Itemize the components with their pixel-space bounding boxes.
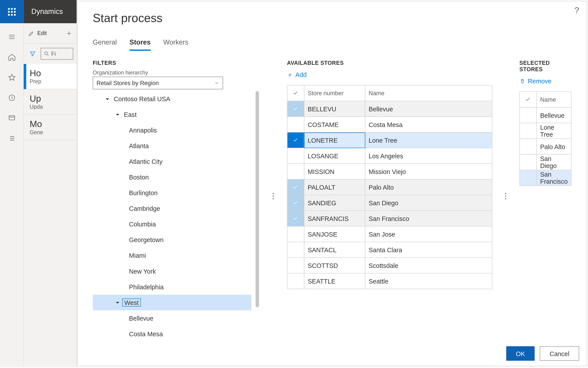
tree-node[interactable]: Miami [92,248,251,263]
available-row[interactable]: LONETRELone Tree [287,132,492,148]
dialog-tabs: General Stores Workers [77,28,587,51]
remove-button[interactable]: Remove [519,76,571,86]
row-checkbox[interactable] [287,273,304,289]
add-button[interactable]: Add [287,69,492,80]
card-title: Ho [29,68,71,78]
tree-node[interactable]: Contoso Retail USA [92,91,251,107]
star-icon[interactable] [0,67,24,88]
list-card[interactable]: HoPrep [24,64,77,89]
org-tree[interactable]: Contoso Retail USAEastAnnapolisAtlantaAt… [92,91,260,337]
select-all-checkbox[interactable] [287,86,304,101]
list-card[interactable]: MoGene [24,115,77,140]
tree-node[interactable]: New York [92,263,251,279]
edit-button[interactable]: Edit [37,30,47,36]
row-checkbox[interactable] [287,211,304,226]
available-row[interactable]: BELLEVUBellevue [287,101,492,117]
tree-label: Contoso Retail USA [112,96,172,102]
selected-grid[interactable]: NameBellevueLone TreePalo AltoSan DiegoS… [519,92,571,186]
menu-icon[interactable] [0,27,24,47]
search-input[interactable]: Fi [41,48,73,60]
row-checkbox[interactable] [287,195,304,211]
tree-node[interactable]: Columbia [92,216,251,232]
card-subtitle: Prep [29,78,71,85]
row-checkbox[interactable] [287,132,304,148]
tree-node[interactable]: West [92,294,251,310]
list-icon[interactable] [0,128,24,149]
row-checkbox[interactable] [287,117,304,132]
row-checkbox[interactable] [287,148,304,164]
row-checkbox[interactable] [520,155,537,170]
workspace-icon[interactable] [0,108,24,128]
available-row[interactable]: LOSANGELos Angeles [287,148,492,164]
available-row[interactable]: COSTAMECosta Mesa [287,117,492,132]
tree-node[interactable]: East [92,107,251,122]
add-label: Add [295,71,307,79]
row-checkbox[interactable] [287,258,304,273]
available-row[interactable]: SANFRANCISSan Francisco [287,211,492,226]
selected-row[interactable]: Palo Alto [520,139,571,155]
row-checkbox[interactable] [520,123,537,139]
help-icon[interactable]: ? [574,6,579,15]
row-checkbox[interactable] [287,226,304,242]
row-checkbox[interactable] [287,179,304,195]
cancel-button[interactable]: Cancel [540,346,579,361]
cell-name: Scottsdale [365,258,492,273]
tree-node[interactable]: Cambridge [92,201,251,216]
row-checkbox[interactable] [287,242,304,258]
row-checkbox[interactable] [520,139,537,155]
available-row[interactable]: SEATTLESeattle [287,273,492,289]
select-all-checkbox[interactable] [520,92,537,108]
tree-scrollbar[interactable] [255,91,260,337]
caret-down-icon[interactable] [115,111,121,118]
svg-point-2 [45,52,47,55]
row-checkbox[interactable] [287,101,304,117]
cell-name: Costa Mesa [365,117,492,132]
tree-node[interactable]: Atlantic City [92,154,251,169]
org-hierarchy-select[interactable]: Retail Stores by Region [92,77,223,90]
recent-icon[interactable] [0,88,24,108]
tree-node[interactable]: Bellevue [92,310,251,326]
available-row[interactable]: MISSIONMission Viejo [287,164,492,179]
selected-row[interactable]: San Francisco [520,170,571,186]
cell-name: Santa Clara [365,242,492,258]
tree-node[interactable]: Atlanta [92,138,251,154]
tree-node[interactable]: Georgetown [92,232,251,248]
caret-down-icon[interactable] [104,96,110,102]
app-launcher-button[interactable] [0,0,24,23]
filter-icon[interactable] [27,48,38,59]
splitter-handle-2[interactable] [505,55,507,337]
cell-store-number: SCOTTSD [304,258,365,273]
col-name[interactable]: Name [365,86,492,101]
tree-node[interactable]: Costa Mesa [92,326,251,337]
available-row[interactable]: SCOTTSDScottsdale [287,258,492,273]
tab-workers[interactable]: Workers [163,39,189,51]
tab-general[interactable]: General [92,39,117,51]
tree-label: Philadelphia [128,284,165,290]
tab-stores[interactable]: Stores [129,39,151,51]
available-row[interactable]: SANTACLSanta Clara [287,242,492,258]
plus-icon[interactable] [66,30,73,37]
list-card[interactable]: UpUpda [24,89,77,115]
col-store-number[interactable]: Store number [304,86,365,101]
tree-label: Boston [128,174,151,180]
available-row[interactable]: SANDIEGSan Diego [287,195,492,211]
selected-row[interactable]: San Diego [520,155,571,170]
tree-node[interactable]: Philadelphia [92,279,251,294]
row-checkbox[interactable] [520,170,537,186]
row-checkbox[interactable] [520,108,537,123]
tree-node[interactable]: Burlington [92,185,251,201]
selected-row[interactable]: Bellevue [520,108,571,123]
available-grid[interactable]: Store numberNameBELLEVUBellevueCOSTAMECo… [287,85,492,289]
search-icon [44,51,50,57]
ok-button[interactable]: OK [506,346,535,361]
available-row[interactable]: PALOALTPalo Alto [287,179,492,195]
splitter-handle[interactable] [273,55,274,337]
tree-node[interactable]: Boston [92,169,251,185]
row-checkbox[interactable] [287,164,304,179]
home-icon[interactable] [0,47,24,67]
available-row[interactable]: SANJOSESan Jose [287,226,492,242]
caret-down-icon[interactable] [115,299,121,305]
selected-row[interactable]: Lone Tree [520,123,571,139]
tree-node[interactable]: Annapolis [92,122,251,138]
col-name[interactable]: Name [537,92,571,108]
